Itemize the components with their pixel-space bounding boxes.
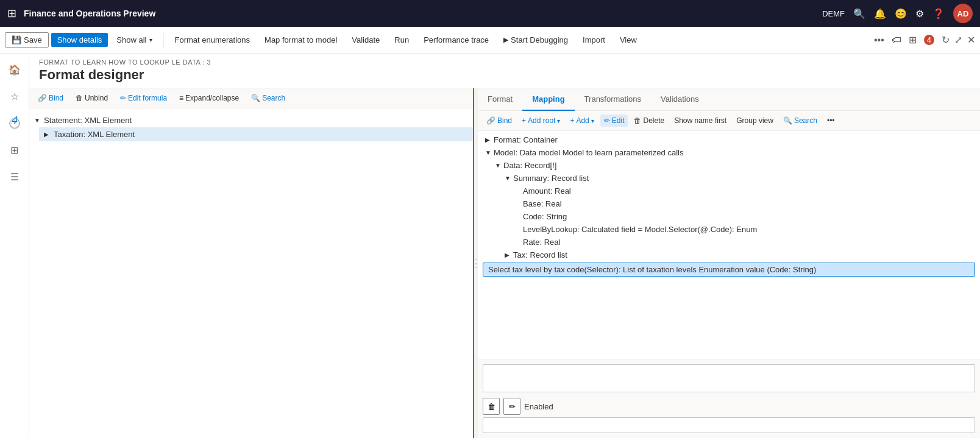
formula-toolbar: 🗑 ✏ Enabled bbox=[483, 398, 975, 415]
bookmark-icon[interactable]: 🏷 bbox=[892, 35, 901, 46]
tree-item-levelbylookup[interactable]: LevelByLookup: Calculated field = Model.… bbox=[478, 223, 980, 236]
refresh-icon[interactable]: ↻ bbox=[942, 34, 950, 46]
nav-filter-icon[interactable]: ⊿ bbox=[4, 107, 26, 129]
tree-item-code[interactable]: Code: String bbox=[478, 210, 980, 223]
tree-item-base[interactable]: Base: Real bbox=[478, 197, 980, 210]
bind-button[interactable]: 🔗 Bind bbox=[34, 92, 67, 104]
map-format-to-model-button[interactable]: Map format to model bbox=[258, 33, 343, 47]
tree-item-amount[interactable]: Amount: Real bbox=[478, 185, 980, 197]
format-tree: ▼ Statement: XML Element ▶ Taxation: XML… bbox=[29, 108, 473, 438]
format-search-button[interactable]: 🔍 Search bbox=[247, 92, 289, 104]
tab-mapping[interactable]: Mapping bbox=[522, 88, 574, 111]
show-all-button[interactable]: Show all ▾ bbox=[110, 33, 158, 47]
content-area: FORMAT TO LEARN HOW TO LOOKUP LE DATA : … bbox=[29, 54, 980, 438]
chevron-down-icon: ▾ bbox=[149, 37, 152, 43]
breadcrumb: FORMAT TO LEARN HOW TO LOOKUP LE DATA : … bbox=[39, 58, 970, 66]
expand-icon: ▶ bbox=[44, 131, 51, 138]
format-enumerations-button[interactable]: Format enumerations bbox=[169, 33, 257, 47]
mapping-tabs: Format Mapping Transformations Validatio… bbox=[478, 88, 980, 111]
format-panel: 🔗 Bind 🗑 Unbind ✏ Edit formula ≡ Expand/… bbox=[29, 88, 474, 438]
add-button[interactable]: + Add ▾ bbox=[566, 115, 597, 127]
expand-icon: ▶ bbox=[505, 252, 513, 258]
main-layout: 🏠 ☆ 🕐 ⊞ ☰ ⊿ FORMAT TO LEARN HOW TO LOOKU… bbox=[0, 54, 980, 438]
left-nav: 🏠 ☆ 🕐 ⊞ ☰ ⊿ bbox=[0, 54, 29, 438]
user-label: DEMF bbox=[822, 9, 845, 18]
mapping-tree: ▶ Format: Container ▼ Model: Data model … bbox=[478, 131, 980, 359]
search-icon[interactable]: 🔍 bbox=[853, 8, 865, 19]
delete-button[interactable]: 🗑 Delete bbox=[630, 115, 668, 127]
expand-icon: ▶ bbox=[485, 136, 494, 143]
tree-item-format-container[interactable]: ▶ Format: Container bbox=[478, 133, 980, 146]
nav-list-icon[interactable]: ☰ bbox=[4, 166, 26, 188]
tree-item-model[interactable]: ▼ Model: Data model Model to learn param… bbox=[478, 146, 980, 159]
formula-input[interactable] bbox=[483, 364, 975, 392]
waffle-icon[interactable]: ⊞ bbox=[7, 7, 16, 20]
formula-delete-button[interactable]: 🗑 bbox=[483, 398, 500, 415]
start-debugging-button[interactable]: ▶ Start Debugging bbox=[497, 33, 574, 47]
tree-item-tax[interactable]: ▶ Tax: Record list bbox=[478, 249, 980, 261]
formula-area: 🗑 ✏ Enabled bbox=[478, 359, 980, 438]
formula-edit-button[interactable]: ✏ bbox=[503, 398, 520, 415]
mapping-search-button[interactable]: 🔍 Search bbox=[779, 115, 821, 127]
expand-icon: ≡ bbox=[179, 94, 183, 102]
tree-item-data[interactable]: ▼ Data: Record[!] bbox=[478, 159, 980, 172]
chevron-down-icon-add: ▾ bbox=[591, 118, 594, 124]
person-icon[interactable]: 😊 bbox=[895, 8, 907, 19]
title-bar-right: DEMF 🔍 🔔 😊 ⚙ ❓ AD bbox=[822, 4, 973, 23]
panel-resize-handle[interactable] bbox=[474, 88, 478, 438]
add-root-button[interactable]: + Add root ▾ bbox=[518, 115, 564, 127]
tab-format[interactable]: Format bbox=[478, 88, 522, 111]
pencil-icon-map: ✏ bbox=[604, 116, 610, 125]
nav-star-icon[interactable]: ☆ bbox=[4, 85, 26, 107]
tab-transformations[interactable]: Transformations bbox=[575, 88, 651, 111]
bell-icon[interactable]: 🔔 bbox=[874, 8, 886, 19]
more-options-icon[interactable]: ••• bbox=[874, 35, 884, 46]
tree-item-statement[interactable]: ▼ Statement: XML Element bbox=[29, 113, 473, 127]
mapping-panel: Format Mapping Transformations Validatio… bbox=[478, 88, 980, 438]
edit-button[interactable]: ✏ Edit bbox=[600, 115, 628, 127]
help-icon[interactable]: ❓ bbox=[932, 8, 945, 19]
nav-grid-icon[interactable]: ⊞ bbox=[4, 139, 26, 161]
page-header: FORMAT TO LEARN HOW TO LOOKUP LE DATA : … bbox=[29, 54, 980, 88]
trash-icon-map: 🗑 bbox=[634, 116, 641, 125]
expand-icon: ▼ bbox=[505, 175, 513, 182]
search-icon-fmt: 🔍 bbox=[251, 94, 260, 102]
nav-home-icon[interactable]: 🏠 bbox=[4, 58, 26, 80]
pencil-icon: ✏ bbox=[120, 94, 126, 102]
show-details-button[interactable]: Show details bbox=[51, 33, 108, 47]
debug-icon: ▶ bbox=[503, 36, 508, 44]
search-icon-map: 🔍 bbox=[783, 116, 792, 125]
gear-icon[interactable]: ⚙ bbox=[915, 8, 924, 19]
format-panel-toolbar: 🔗 Bind 🗑 Unbind ✏ Edit formula ≡ Expand/… bbox=[29, 88, 473, 108]
title-bar: ⊞ Finance and Operations Preview DEMF 🔍 … bbox=[0, 0, 980, 27]
run-button[interactable]: Run bbox=[388, 33, 415, 47]
performance-trace-button[interactable]: Performance trace bbox=[417, 33, 495, 47]
expand-collapse-button[interactable]: ≡ Expand/collapse bbox=[176, 92, 243, 104]
view-button[interactable]: View bbox=[614, 33, 643, 47]
tab-validations[interactable]: Validations bbox=[651, 88, 709, 111]
avatar[interactable]: AD bbox=[953, 4, 973, 23]
mapping-bind-button[interactable]: 🔗 Bind bbox=[483, 115, 516, 127]
restore-icon[interactable]: ⤢ bbox=[954, 34, 962, 46]
save-button[interactable]: 💾 Save bbox=[5, 32, 49, 48]
import-button[interactable]: Import bbox=[577, 33, 611, 47]
close-icon[interactable]: ✕ bbox=[967, 34, 975, 46]
validate-button[interactable]: Validate bbox=[346, 33, 386, 47]
formula-value-box[interactable] bbox=[483, 417, 975, 433]
edit-formula-button[interactable]: ✏ Edit formula bbox=[116, 92, 171, 104]
toolbar-separator-1 bbox=[163, 33, 164, 48]
tree-item-summary[interactable]: ▼ Summary: Record list bbox=[478, 172, 980, 185]
tree-item-rate[interactable]: Rate: Real bbox=[478, 236, 980, 249]
mapping-more-button[interactable]: ••• bbox=[823, 115, 839, 127]
panel-icon[interactable]: ⊞ bbox=[909, 34, 917, 46]
badge-icon[interactable]: 4 bbox=[924, 35, 934, 45]
unbind-button[interactable]: 🗑 Unbind bbox=[72, 92, 112, 104]
expand-icon: ▼ bbox=[34, 117, 41, 124]
show-name-first-button[interactable]: Show name first bbox=[670, 115, 730, 127]
save-icon: 💾 bbox=[12, 35, 21, 44]
expand-icon: ▼ bbox=[485, 149, 494, 156]
link-icon-map: 🔗 bbox=[486, 116, 495, 125]
tree-item-taxation[interactable]: ▶ Taxation: XML Element bbox=[39, 127, 473, 141]
group-view-button[interactable]: Group view bbox=[733, 115, 777, 127]
selected-formula-row[interactable]: Select tax level by tax code(Selector): … bbox=[483, 263, 975, 277]
